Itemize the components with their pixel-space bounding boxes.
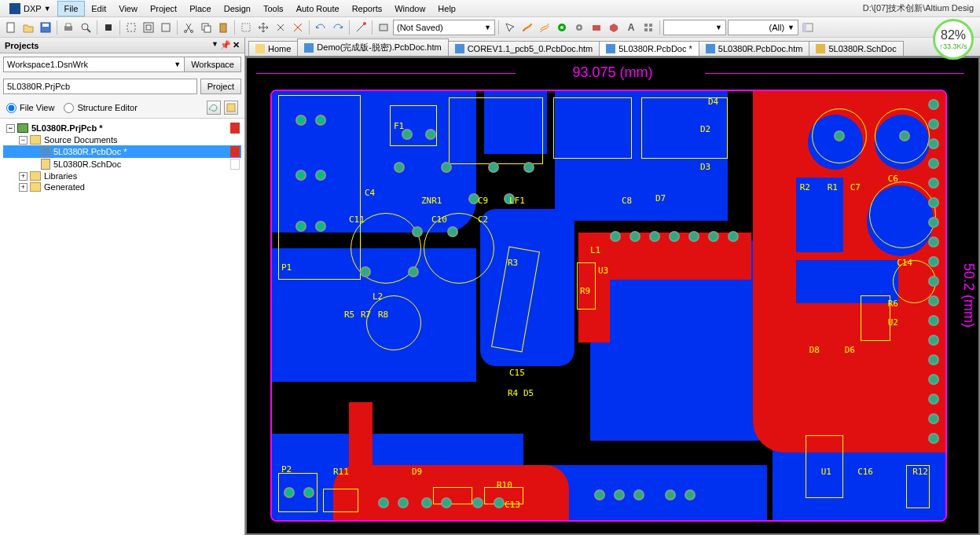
fill-icon bbox=[591, 22, 602, 33]
menu-autoroute[interactable]: Auto Route bbox=[290, 2, 346, 16]
sch-doc-icon bbox=[41, 159, 50, 170]
project-tree[interactable]: − 5L0380R.PrjPcb * − Source Documents 5L… bbox=[0, 119, 244, 535]
clear-button[interactable] bbox=[290, 20, 306, 35]
tab-5l0380r-pcb[interactable]: 5L0380R.PcbDoc * bbox=[599, 41, 699, 56]
tab-home[interactable]: Home bbox=[248, 41, 298, 56]
place-component-button[interactable] bbox=[640, 20, 656, 35]
zoom-fit-icon bbox=[143, 22, 154, 33]
net-combo[interactable]: (Not Saved)▼ bbox=[393, 20, 495, 35]
des-D5: D5 bbox=[523, 388, 534, 398]
tree-pcb-doc[interactable]: 5L0380R.PcbDoc * bbox=[3, 145, 241, 158]
svg-rect-2 bbox=[42, 24, 49, 27]
save-button[interactable] bbox=[38, 20, 53, 35]
options-icon bbox=[226, 102, 237, 113]
svg-point-13 bbox=[191, 30, 193, 32]
place-wire-button[interactable] bbox=[519, 20, 535, 35]
workspace-button[interactable]: Workspace bbox=[184, 57, 241, 72]
menu-window[interactable]: Window bbox=[388, 2, 431, 16]
deselect-button[interactable] bbox=[273, 20, 288, 35]
zoom-area-icon bbox=[126, 22, 137, 33]
devices-button[interactable] bbox=[101, 20, 116, 35]
pcb-doc-icon bbox=[304, 43, 314, 53]
dimension-height: 50.2 (mm) bbox=[960, 58, 977, 533]
file-path-display: D:\[07]技术创新\Altium Desig bbox=[863, 2, 980, 14]
tree-generated[interactable]: + Generated bbox=[3, 181, 241, 192]
speed-indicator[interactable]: 82% ↑33.3K/s bbox=[933, 19, 974, 60]
new-doc-button[interactable] bbox=[3, 20, 19, 35]
select-in-rect-button[interactable] bbox=[238, 20, 254, 35]
tab-corev[interactable]: COREV1.1_pcb5_0.PcbDoc.htm bbox=[448, 41, 600, 56]
menu-design[interactable]: Design bbox=[218, 2, 257, 16]
svg-rect-0 bbox=[7, 23, 14, 32]
undo-button[interactable] bbox=[313, 20, 329, 35]
place-polygon-button[interactable] bbox=[606, 20, 622, 35]
des-R4: R4 bbox=[508, 388, 518, 398]
menu-tools[interactable]: Tools bbox=[257, 2, 290, 16]
cursor-icon bbox=[505, 22, 516, 33]
copy-icon bbox=[200, 22, 211, 33]
svg-rect-15 bbox=[204, 26, 211, 32]
project-button[interactable]: Project bbox=[200, 79, 241, 94]
move-sel-button[interactable] bbox=[255, 20, 271, 35]
place-via-button[interactable] bbox=[571, 20, 587, 35]
svg-line-18 bbox=[357, 24, 365, 31]
print-button[interactable] bbox=[61, 20, 76, 35]
expander-icon[interactable]: − bbox=[19, 136, 28, 145]
menu-file[interactable]: File bbox=[57, 1, 86, 16]
zoom-selected-button[interactable] bbox=[158, 20, 174, 35]
folder-icon bbox=[30, 182, 41, 192]
panel-close-icon[interactable]: ✕ bbox=[233, 40, 240, 50]
structure-editor-radio[interactable]: Structure Editor bbox=[64, 103, 137, 113]
pcb-doc-icon bbox=[41, 146, 50, 157]
tree-sch-doc[interactable]: 5L0380R.SchDoc bbox=[3, 158, 241, 170]
pcb-canvas[interactable]: 93.075 (mm) 50.2 (mm) bbox=[247, 58, 978, 533]
refresh-button[interactable] bbox=[207, 101, 221, 115]
menu-reports[interactable]: Reports bbox=[346, 2, 389, 16]
project-input[interactable] bbox=[3, 79, 197, 94]
all-combo[interactable]: (All)▼ bbox=[728, 20, 798, 35]
tab-demo[interactable]: Demo(完成版-脱密).PcbDoc.htm bbox=[297, 38, 448, 56]
dxp-menu[interactable]: DXP ▼ bbox=[3, 3, 57, 14]
browse-components-button[interactable] bbox=[376, 20, 391, 35]
place-cursor-button[interactable] bbox=[502, 20, 518, 35]
cut-button[interactable] bbox=[181, 20, 196, 35]
copy-button[interactable] bbox=[198, 20, 214, 35]
menu-edit[interactable]: Edit bbox=[85, 2, 112, 16]
preview-button[interactable] bbox=[78, 20, 94, 35]
menu-help[interactable]: Help bbox=[431, 2, 462, 16]
zoom-area-button[interactable] bbox=[123, 20, 139, 35]
dxp-label: DXP bbox=[24, 4, 42, 13]
pcb-doc-icon bbox=[455, 44, 464, 53]
cross-probe-button[interactable] bbox=[353, 20, 369, 35]
filter-combo[interactable]: ▼ bbox=[663, 20, 726, 35]
menu-project[interactable]: Project bbox=[144, 2, 183, 16]
options-button[interactable] bbox=[224, 101, 238, 115]
all-label: (All) bbox=[769, 23, 785, 32]
expander-icon[interactable]: − bbox=[6, 124, 15, 133]
expander-icon[interactable]: + bbox=[19, 183, 28, 192]
tree-project-root[interactable]: − 5L0380R.PrjPcb * bbox=[3, 122, 241, 134]
place-diff-button[interactable] bbox=[537, 20, 552, 35]
file-view-radio[interactable]: File View bbox=[6, 103, 54, 113]
open-button[interactable] bbox=[20, 20, 36, 35]
tree-source-docs[interactable]: − Source Documents bbox=[3, 134, 241, 145]
chip-icon bbox=[103, 22, 114, 33]
place-fill-button[interactable] bbox=[589, 20, 604, 35]
tab-5l0380r-sch[interactable]: 5L0380R.SchDoc bbox=[809, 41, 903, 56]
redo-button[interactable] bbox=[330, 20, 346, 35]
menu-place[interactable]: Place bbox=[183, 2, 218, 16]
svg-rect-7 bbox=[105, 24, 112, 31]
paste-button[interactable] bbox=[215, 20, 231, 35]
menu-view[interactable]: View bbox=[112, 2, 144, 16]
workspace-input[interactable] bbox=[3, 57, 185, 72]
panel-pin-icon[interactable]: 📌 bbox=[220, 40, 231, 50]
place-pad-button[interactable] bbox=[554, 20, 570, 35]
zoom-fit-button[interactable] bbox=[141, 20, 156, 35]
tab-5l0380r-htm[interactable]: 5L0380R.PcbDoc.htm bbox=[699, 41, 810, 56]
tree-libraries[interactable]: + Libraries bbox=[3, 170, 241, 181]
panel-dropdown-icon[interactable]: ▼ bbox=[211, 40, 218, 50]
place-string-button[interactable]: A bbox=[623, 20, 639, 35]
show-panel-button[interactable] bbox=[800, 20, 816, 35]
preview-icon bbox=[80, 22, 91, 33]
expander-icon[interactable]: + bbox=[19, 172, 28, 181]
